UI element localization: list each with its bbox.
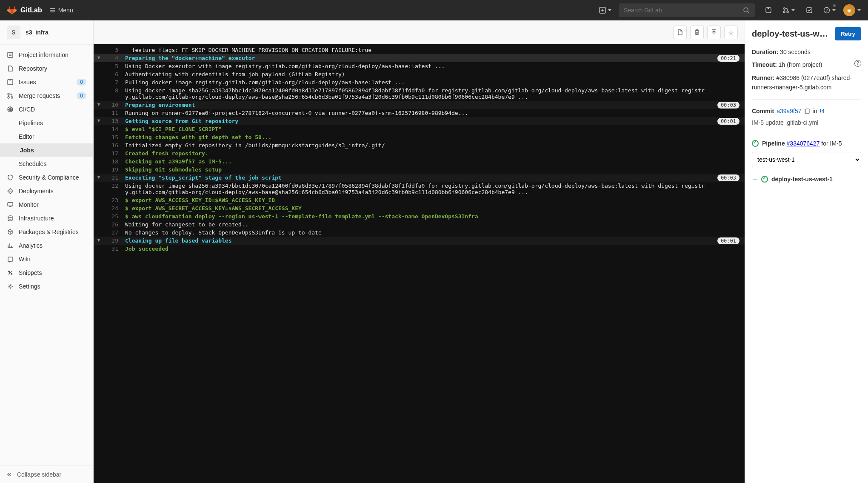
job-status-icon — [761, 176, 768, 183]
section-toggle[interactable]: ▼ — [94, 102, 104, 108]
log-line: 15Fetching changes with git depth set to… — [94, 133, 745, 141]
help-icon[interactable]: ? — [854, 60, 861, 67]
merge-icon — [782, 7, 789, 14]
sidebar-subitem-editor[interactable]: Editor — [0, 130, 93, 143]
sidebar-item-merge-requests[interactable]: Merge requests0 — [0, 89, 93, 103]
line-number: 7 — [104, 79, 125, 86]
sidebar-item-issues[interactable]: Issues0 — [0, 75, 93, 89]
log-text: $ eval "$CI_PRE_CLONE_SCRIPT" — [125, 126, 745, 132]
sidebar-subitem-schedules[interactable]: Schedules — [0, 157, 93, 171]
log-line: ▼21Executing "step_script" stage of the … — [94, 174, 745, 182]
sidebar-item-label: Analytics — [19, 242, 86, 249]
log-line: ▼10Preparing environment00:03 — [94, 101, 745, 109]
nav-icon — [7, 256, 14, 263]
todos-shortcut[interactable] — [802, 3, 816, 17]
line-number: 29 — [104, 237, 125, 244]
sidebar-item-ci-cd[interactable]: CI/CD — [0, 103, 93, 116]
log-line: ▼4Preparing the "docker+machine" executo… — [94, 54, 745, 62]
svg-point-6 — [787, 11, 788, 13]
section-toggle — [94, 87, 104, 100]
nav-icon — [7, 79, 14, 86]
merge-requests-shortcut[interactable] — [782, 3, 796, 17]
gitlab-logo[interactable]: GitLab — [7, 5, 42, 15]
arrow-up-icon — [711, 29, 717, 36]
line-number: 4 — [104, 55, 125, 61]
log-toolbar — [94, 20, 745, 44]
erase-log-button[interactable] — [690, 26, 704, 39]
commit-mr-link[interactable]: !4 — [819, 106, 825, 116]
collapse-sidebar-button[interactable]: Collapse sidebar — [0, 466, 93, 483]
sidebar-item-label: Issues — [19, 79, 71, 86]
todo-icon — [806, 7, 813, 14]
section-toggle[interactable]: ▼ — [94, 55, 104, 61]
sidebar-item-repository[interactable]: Repository — [0, 62, 93, 75]
sidebar-item-packages-registries[interactable]: Packages & Registries — [0, 225, 93, 239]
sidebar-item-label: Pipelines — [19, 120, 86, 126]
log-text: Skipping Git submodules setup — [125, 166, 745, 173]
section-toggle — [94, 183, 104, 195]
sidebar-item-project-information[interactable]: Project information — [0, 48, 93, 62]
sidebar-item-infrastructure[interactable]: Infrastructure — [0, 211, 93, 225]
sidebar-item-label: Snippets — [19, 269, 86, 276]
line-number: 19 — [104, 166, 125, 173]
section-toggle — [94, 229, 104, 236]
log-text: Getting source from Git repository — [125, 118, 745, 124]
global-search[interactable] — [619, 3, 755, 17]
section-toggle — [94, 110, 104, 116]
sidebar-item-monitor[interactable]: Monitor — [0, 198, 93, 211]
project-header[interactable]: S s3_infra — [0, 20, 93, 45]
section-toggle — [94, 221, 104, 228]
line-number: 27 — [104, 229, 125, 236]
line-number: 17 — [104, 150, 125, 157]
search-input[interactable] — [624, 7, 743, 14]
count-badge: 0 — [77, 92, 86, 99]
job-link-label[interactable]: deploy-test-us-west-1 — [771, 176, 833, 183]
pipeline-id-link[interactable]: #334076427 — [787, 140, 820, 147]
copy-sha-button[interactable] — [804, 108, 810, 114]
section-toggle[interactable]: ▼ — [94, 174, 104, 181]
sidebar-item-label: Monitor — [19, 201, 86, 208]
line-number: 11 — [104, 110, 125, 116]
section-toggle — [94, 166, 104, 173]
log-line: 19Skipping Git submodules setup — [94, 166, 745, 174]
hamburger-icon — [49, 7, 56, 14]
scroll-bottom-button[interactable] — [724, 26, 738, 39]
section-toggle — [94, 197, 104, 203]
log-text: Checking out a39a9f57 as IM-5... — [125, 158, 745, 165]
section-toggle — [94, 150, 104, 157]
help-dropdown[interactable]: ? — [823, 3, 837, 17]
retry-button[interactable]: Retry — [835, 27, 861, 40]
sidebar-item-snippets[interactable]: Snippets — [0, 266, 93, 280]
sidebar-item-settings[interactable]: Settings — [0, 280, 93, 293]
sidebar-item-analytics[interactable]: Analytics — [0, 239, 93, 252]
user-menu[interactable]: ◉ — [843, 4, 861, 16]
sidebar-item-wiki[interactable]: Wiki — [0, 252, 93, 266]
commit-sha-link[interactable]: a39a9f57 — [777, 106, 801, 116]
issues-shortcut[interactable] — [762, 3, 775, 17]
job-log[interactable]: 3 feature flags: FF_SKIP_DOCKER_MACHINE_… — [94, 44, 745, 483]
svg-rect-17 — [8, 203, 13, 206]
sidebar-subitem-jobs[interactable]: Jobs — [0, 143, 93, 157]
runner-label: Runner: — [752, 74, 775, 81]
line-number: 24 — [104, 205, 125, 211]
stage-select[interactable]: test-us-west-1 — [752, 152, 861, 167]
line-number: 25 — [104, 213, 125, 220]
raw-log-button[interactable] — [673, 26, 687, 39]
menu-button[interactable]: Menu — [49, 7, 73, 14]
count-badge: 0 — [77, 79, 86, 86]
log-line: 5Using Docker executor with image regist… — [94, 62, 745, 70]
pipeline-status-icon — [752, 140, 759, 147]
section-toggle — [94, 246, 104, 252]
create-new-dropdown[interactable] — [599, 7, 612, 14]
sidebar-item-label: Security & Compliance — [19, 174, 86, 181]
log-line: 16Initialized empty Git repository in /b… — [94, 141, 745, 149]
issue-icon — [765, 7, 772, 14]
scroll-top-button[interactable] — [707, 26, 721, 39]
section-toggle[interactable]: ▼ — [94, 118, 104, 124]
sidebar-item-deployments[interactable]: Deployments — [0, 184, 93, 198]
section-toggle[interactable]: ▼ — [94, 237, 104, 244]
nav-icon — [7, 269, 14, 276]
user-avatar: ◉ — [843, 4, 855, 16]
sidebar-subitem-pipelines[interactable]: Pipelines — [0, 116, 93, 130]
sidebar-item-security-compliance[interactable]: Security & Compliance — [0, 171, 93, 184]
